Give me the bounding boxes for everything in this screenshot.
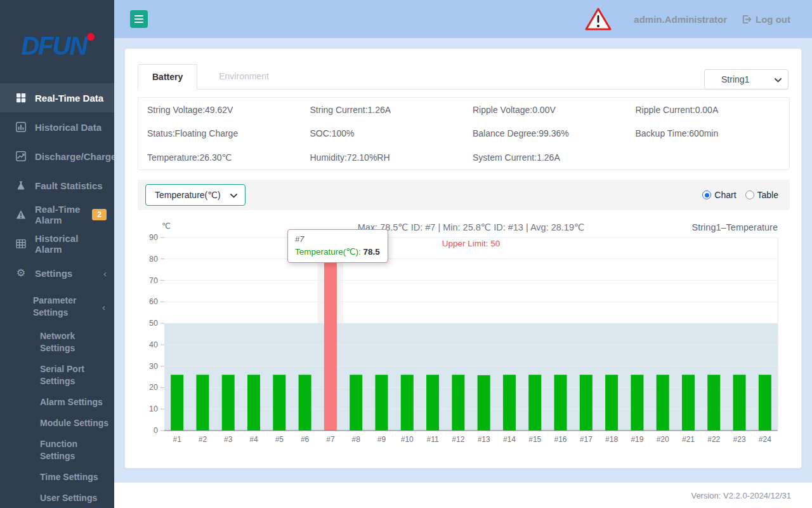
- y-tick-label: 0: [154, 426, 158, 435]
- tab-environment[interactable]: Environment: [197, 64, 291, 90]
- bar-cell-1[interactable]: [171, 375, 183, 431]
- bar-cell-14[interactable]: [503, 375, 516, 431]
- sidebar-item-network-settings[interactable]: Network Settings: [0, 326, 114, 359]
- sidebar-item-parameter-settings[interactable]: Parameter Settings‹: [0, 288, 114, 326]
- string-select[interactable]: String1: [704, 69, 789, 90]
- logo-wrap: DFUN: [0, 0, 114, 83]
- stat-system-current: System Current:1.26A: [464, 145, 627, 170]
- bar-cell-22[interactable]: [707, 375, 720, 431]
- sidebar-item-alarm-settings[interactable]: Alarm Settings: [0, 392, 114, 413]
- radio-selected-icon: [702, 190, 711, 199]
- sidebar-menu: Real-Time DataHistorical DataDischarge/C…: [0, 83, 114, 288]
- sidebar-submenu: Parameter Settings‹Network SettingsSeria…: [0, 288, 114, 508]
- radio-label: Chart: [714, 190, 736, 200]
- x-tick-label: #10: [401, 435, 414, 444]
- sidebar-item-fault-statistics[interactable]: Fault Statistics: [0, 171, 114, 200]
- x-tick-label: #19: [631, 435, 643, 444]
- x-tick-label: #23: [733, 435, 746, 444]
- bar-cell-12[interactable]: [452, 375, 464, 431]
- bar-cell-24[interactable]: [759, 375, 771, 431]
- gear-icon: ⚙: [15, 267, 27, 279]
- alarm-count-badge: 2: [92, 209, 107, 220]
- view-radio-chart[interactable]: Chart: [702, 190, 736, 200]
- line-chart-icon: [15, 150, 27, 162]
- logout-icon: [742, 15, 751, 24]
- sidebar-item-historical-data[interactable]: Historical Data: [0, 112, 114, 142]
- x-tick-label: #4: [249, 435, 258, 444]
- y-tick-label: 30: [149, 362, 158, 371]
- tooltip-series-label: Temperature(℃):: [295, 247, 361, 257]
- sidebar-item-module-settings[interactable]: Module Settings: [0, 413, 114, 434]
- stat-string-current: String Current:1.26A: [301, 98, 464, 122]
- view-radio-table[interactable]: Table: [745, 190, 778, 200]
- bar-cell-9[interactable]: [375, 375, 388, 431]
- bar-cell-6[interactable]: [299, 375, 311, 431]
- x-tick-label: #8: [352, 435, 361, 444]
- sidebar-item-function-settings[interactable]: Function Settings: [0, 434, 114, 467]
- temperature-chart[interactable]: 0102030405060708090#1#2#3#4#5#6#7#8#9#10…: [138, 213, 790, 462]
- stat-ripple-current: Ripple Current:0.00A: [627, 98, 790, 122]
- sidebar-item-label: Settings: [35, 268, 72, 279]
- bar-cell-23[interactable]: [733, 375, 746, 431]
- battery-stats-panel: String Voltage:49.62VString Current:1.26…: [138, 97, 790, 170]
- y-tick-label: 40: [149, 340, 158, 349]
- sidebar-item-discharge-charge[interactable]: Discharge/Charge: [0, 142, 114, 171]
- bar-chart-canvas[interactable]: 0102030405060708090#1#2#3#4#5#6#7#8#9#10…: [138, 220, 790, 458]
- sidebar-item-serial-port-settings[interactable]: Serial Port Settings: [0, 359, 114, 392]
- x-tick-label: #16: [554, 435, 567, 444]
- bar-cell-18[interactable]: [605, 375, 618, 431]
- sidebar-item-real-time-data[interactable]: Real-Time Data: [0, 83, 114, 112]
- sidebar-item-label: Discharge/Charge: [35, 151, 114, 162]
- sidebar-item-label: Real-Time Alarm: [35, 204, 84, 225]
- bar-cell-2[interactable]: [196, 375, 209, 431]
- y-axis-unit: ℃: [162, 222, 171, 231]
- sidebar-item-real-time-alarm[interactable]: Real-Time Alarm2: [0, 200, 114, 229]
- stat-backup-time: Backup Time:600min: [627, 122, 790, 146]
- radio-unselected-icon: [745, 190, 754, 199]
- x-tick-label: #24: [759, 435, 771, 444]
- tabs-row: Battery Environment: [138, 64, 789, 90]
- bar-cell-3[interactable]: [222, 375, 235, 431]
- sidebar-item-time-settings[interactable]: Time Settings: [0, 467, 114, 488]
- bar-cell-15[interactable]: [528, 375, 541, 431]
- bar-cell-21[interactable]: [682, 375, 695, 431]
- bar-cell-19[interactable]: [631, 375, 643, 431]
- x-tick-label: #17: [580, 435, 593, 444]
- alarm-warning-icon[interactable]: [584, 7, 612, 31]
- radio-label: Table: [757, 190, 778, 200]
- main-content: Battery Environment String1 String Volta…: [114, 38, 812, 483]
- tab-battery[interactable]: Battery: [138, 64, 197, 90]
- bar-cell-8[interactable]: [350, 375, 362, 431]
- chart-title: String1–Temperature: [692, 222, 778, 232]
- bar-cell-4[interactable]: [247, 375, 260, 431]
- content-card: Battery Environment String1 String Volta…: [124, 48, 802, 469]
- bar-cell-16[interactable]: [554, 375, 567, 431]
- metric-select[interactable]: Temperature(℃): [145, 184, 246, 206]
- sidebar-item-historical-alarm[interactable]: Historical Alarm: [0, 229, 114, 258]
- x-tick-label: #20: [657, 435, 669, 444]
- sidebar-toggle-button[interactable]: [130, 10, 148, 28]
- bar-cell-7[interactable]: [324, 262, 337, 431]
- stat-balance-degree: Balance Degree:99.36%: [464, 122, 627, 146]
- x-tick-label: #7: [326, 435, 335, 444]
- bar-cell-13[interactable]: [478, 375, 490, 431]
- bar-cell-5[interactable]: [273, 375, 285, 431]
- footer: Version: V2.2.0-2024/12/31: [114, 483, 812, 508]
- bar-cell-17[interactable]: [580, 375, 593, 431]
- bar-cell-11[interactable]: [426, 375, 439, 431]
- sidebar-item-label: Real-Time Data: [35, 93, 103, 104]
- sidebar-item-settings[interactable]: ⚙Settings‹: [0, 258, 114, 288]
- bar-cell-20[interactable]: [657, 375, 669, 431]
- sidebar-item-user-settings[interactable]: User Settings: [0, 488, 114, 508]
- logout-button[interactable]: Log out: [742, 14, 790, 25]
- y-tick-label: 70: [149, 276, 158, 285]
- sidebar-item-label: Historical Data: [35, 122, 102, 133]
- stat-string-voltage: String Voltage:49.62V: [138, 98, 301, 122]
- bar-cell-10[interactable]: [401, 375, 414, 431]
- table-icon: [15, 238, 27, 250]
- x-tick-label: #21: [682, 435, 695, 444]
- version-label: Version: V2.2.0-2024/12/31: [691, 491, 791, 500]
- sidebar-item-label: Parameter Settings: [33, 295, 77, 319]
- stat-soc: SOC:100%: [301, 122, 464, 146]
- stat-empty: [627, 145, 790, 170]
